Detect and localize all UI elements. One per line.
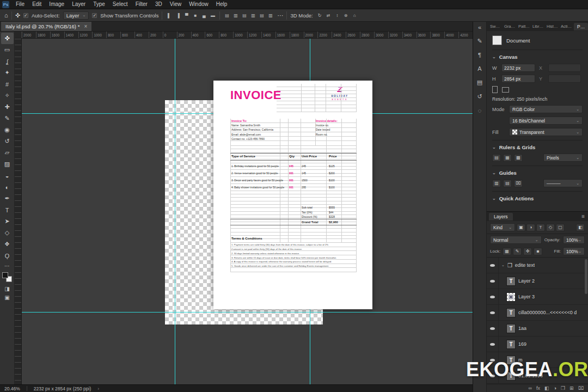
kind-filter-dropdown[interactable]: Kind ⌄: [490, 223, 515, 231]
delete-layer-icon[interactable]: ⌧: [578, 385, 584, 391]
guide-horizontal-2[interactable]: [22, 312, 473, 313]
bit-depth-dropdown[interactable]: 16 Bits/Channel ⌄: [509, 117, 583, 125]
menu-help[interactable]: Help: [212, 0, 231, 9]
layer-visibility-toggle[interactable]: [487, 289, 499, 304]
gradient-tool[interactable]: ▨: [1, 158, 14, 170]
layer-row[interactable]: T169: [487, 336, 588, 352]
group-expand-icon[interactable]: ⌄: [501, 263, 505, 267]
3d-roll-icon[interactable]: ⇄: [325, 13, 332, 18]
eraser-tool[interactable]: ▱: [1, 147, 14, 158]
blend-mode-dropdown[interactable]: Normal ⌄: [490, 236, 542, 244]
lock-paint-icon[interactable]: ✎: [513, 248, 522, 255]
quick-mask-icon[interactable]: ◨: [1, 284, 14, 293]
type-tool[interactable]: T: [1, 204, 14, 216]
align-right-icon[interactable]: ▀: [183, 13, 190, 18]
menu-window[interactable]: Window: [185, 0, 212, 9]
lock-all-icon[interactable]: ■: [534, 248, 542, 255]
auto-select-checkbox[interactable]: ✓: [23, 13, 28, 18]
history-brush-tool[interactable]: ↺: [1, 136, 14, 147]
info-panel-icon[interactable]: ◌: [478, 107, 482, 114]
guide-style-dropdown[interactable]: ——— ⌄: [543, 179, 583, 187]
smart-guides-icon[interactable]: ▤: [503, 180, 512, 187]
horizontal-ruler[interactable]: 2000180016001400120010008006004002000200…: [15, 32, 473, 39]
layer-effects-icon[interactable]: fx: [536, 385, 540, 391]
marquee-tool[interactable]: ▭: [1, 44, 14, 56]
layer-row[interactable]: ⌄❐edite text: [487, 258, 588, 273]
layers-scrollbar[interactable]: [585, 259, 587, 294]
align-middle-icon[interactable]: ▄: [200, 13, 207, 18]
3d-drag-icon[interactable]: ↕: [334, 13, 341, 18]
clear-guides-icon[interactable]: ⌧: [514, 180, 523, 187]
brush-settings-icon[interactable]: ✎: [477, 38, 482, 45]
layer-row[interactable]: T1aa: [487, 321, 588, 336]
close-icon[interactable]: ×: [84, 23, 87, 29]
zoom-level[interactable]: 20.46%: [4, 386, 20, 391]
panel-menu-icon[interactable]: ≡: [581, 213, 585, 219]
menu-edit[interactable]: Edit: [28, 0, 45, 9]
layer-visibility-toggle[interactable]: [487, 321, 499, 336]
document-tab[interactable]: Italy id.psd @ 20.7% (RGB/16) * ×: [1, 22, 91, 31]
hand-tool[interactable]: ❖: [1, 238, 14, 250]
guides-icon[interactable]: ▥: [492, 180, 501, 187]
brush-tool[interactable]: ✎: [1, 113, 14, 124]
distribute-right-icon[interactable]: ▥: [267, 13, 274, 18]
rulers-grids-header[interactable]: ⌄ Rulers & Grids: [492, 144, 583, 150]
guide-vertical-1[interactable]: [175, 39, 175, 384]
layer-group-icon[interactable]: ❐: [561, 385, 565, 391]
align-bottom-icon[interactable]: ▬: [209, 13, 216, 18]
menu-select[interactable]: Select: [109, 0, 132, 9]
move-tool-icon[interactable]: ✜: [15, 13, 20, 19]
tab-swat[interactable]: Swat...: [489, 23, 503, 30]
zoom-tool[interactable]: Ǫ: [1, 250, 14, 261]
opacity-dropdown[interactable]: 100% ⌄: [563, 236, 585, 244]
portrait-orientation-icon[interactable]: [492, 86, 498, 93]
layer-visibility-toggle[interactable]: [487, 305, 499, 320]
home-icon[interactable]: ⌂: [4, 13, 8, 19]
auto-select-dropdown[interactable]: Layer ⌄: [63, 11, 89, 20]
quick-selection-tool[interactable]: ✦: [1, 67, 14, 78]
canvas-section-header[interactable]: ⌄ Canvas: [492, 54, 583, 60]
3d-scale-icon[interactable]: ⌂: [351, 13, 358, 18]
tab-properties[interactable]: Properties: [574, 23, 588, 30]
distribute-bottom-icon[interactable]: ▤: [241, 13, 248, 18]
filter-type-icon[interactable]: T: [536, 224, 545, 231]
lasso-tool[interactable]: ʆ: [1, 56, 14, 67]
screen-mode-icon[interactable]: ▣: [1, 293, 14, 302]
adjustment-layer-icon[interactable]: ◑: [554, 385, 556, 391]
layer-visibility-toggle[interactable]: [487, 273, 499, 289]
quick-actions-header[interactable]: ⌄ Quick Actions: [492, 195, 583, 201]
foreground-color-swatch[interactable]: [2, 272, 8, 278]
healing-brush-tool[interactable]: ✚: [1, 101, 14, 113]
menu-view[interactable]: View: [166, 0, 186, 9]
distribute-center-icon[interactable]: ▤: [258, 13, 265, 18]
layer-visibility-toggle[interactable]: [487, 258, 499, 273]
more-options-icon[interactable]: ⋯: [277, 13, 283, 19]
align-left-icon[interactable]: ▌: [166, 13, 173, 18]
move-tool[interactable]: ✜: [1, 33, 14, 44]
menu-type[interactable]: Type: [89, 0, 109, 9]
tab-actio[interactable]: Actio...: [560, 23, 573, 30]
history-panel-icon[interactable]: ↺: [477, 93, 482, 100]
pen-tool[interactable]: ✒: [1, 193, 14, 204]
align-center-h-icon[interactable]: ▐: [174, 13, 181, 18]
menu-filter[interactable]: Filter: [132, 0, 151, 9]
blur-tool[interactable]: ◒: [1, 170, 14, 181]
color-mode-dropdown[interactable]: RGB Color ⌄: [509, 105, 583, 113]
landscape-orientation-icon[interactable]: [502, 87, 509, 93]
eyedropper-tool[interactable]: ✧: [1, 90, 14, 101]
y-field[interactable]: [548, 75, 581, 83]
lock-transparent-icon[interactable]: ▦: [503, 248, 511, 255]
3d-slide-icon[interactable]: ⊕: [342, 13, 350, 18]
tab-layers[interactable]: Layers: [489, 213, 513, 220]
fill-dropdown[interactable]: Transparent ⌄: [509, 128, 583, 136]
dodge-tool[interactable]: ◐: [1, 181, 14, 193]
menu-file[interactable]: File: [12, 0, 28, 9]
menu-layer[interactable]: Layer: [68, 0, 89, 9]
paragraph-panel-icon[interactable]: ¶: [478, 52, 481, 58]
layer-row[interactable]: TLayer 2: [487, 273, 588, 289]
guides-header[interactable]: ⌄ Guides: [492, 170, 583, 176]
filter-shape-icon[interactable]: ◇: [546, 224, 555, 231]
invoice-document[interactable]: INVOICE Z HOLIDAY EVENTS: [213, 81, 372, 309]
filter-smart-icon[interactable]: ▢: [556, 224, 565, 231]
filter-pixel-icon[interactable]: ▣: [517, 224, 525, 231]
